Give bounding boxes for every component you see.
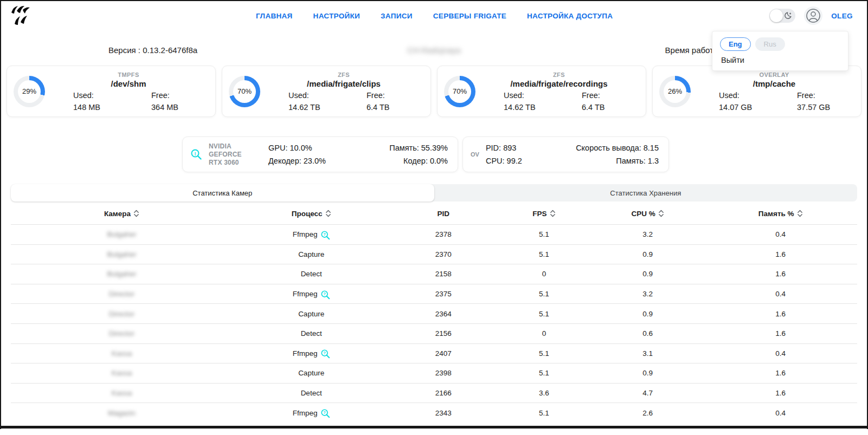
gpu-stats-left: GPU: 10.0% Декодер: 23.0%: [268, 141, 326, 167]
user-avatar[interactable]: [804, 7, 822, 25]
fps-cell: 5.1: [497, 290, 591, 298]
sort-icon[interactable]: [325, 210, 331, 217]
table-row: Kassa Detect ? 2166 3.6 4.7 1.6: [11, 383, 857, 403]
table-row: Bulgaher Ffmpeg ? 2378 5.1 3.2 0.4: [11, 224, 857, 244]
moon-icon: [783, 11, 793, 21]
sort-icon[interactable]: [658, 210, 664, 217]
svg-text:?: ?: [323, 411, 326, 415]
camera-cell: Director: [11, 290, 233, 298]
gpu-stats: GPU: 10.0% Декодер: 23.0% Память: 55.39%…: [268, 141, 448, 167]
table-header-cell[interactable]: Память %: [704, 210, 857, 218]
fs-type-label: ZFS: [266, 72, 422, 78]
sort-icon[interactable]: [797, 210, 803, 217]
logout-button[interactable]: Выйти: [720, 56, 840, 64]
fps-cell: 0: [497, 329, 591, 337]
gpu-decoder: Декодер: 23.0%: [268, 154, 326, 167]
camera-cell: Director: [11, 310, 233, 318]
table-row: Bulgaher Capture ? 2370 5.1 0.9 1.6: [11, 244, 857, 264]
nav-item[interactable]: ЗАПИСИ: [381, 12, 413, 20]
pid-cell: 2398: [390, 369, 497, 377]
used-label: Used:: [288, 91, 344, 100]
camera-cell: Bulgaher: [11, 230, 233, 238]
process-label: Detect: [301, 389, 322, 397]
frigate-logo-icon[interactable]: [8, 4, 33, 28]
mem-cell: 1.6: [704, 389, 857, 397]
storage-card-body: ZFS /media/frigate/recordings Used: 14.6…: [475, 72, 637, 112]
toggle-knob[interactable]: [770, 9, 783, 22]
stats-tab[interactable]: Статистика Камер: [11, 184, 434, 202]
language-option[interactable]: Rus: [755, 37, 785, 51]
process-cell: Ffmpeg ?: [233, 229, 390, 240]
storage-card: 26% OVERLAY /tmp/cache Used: 14.07 GB Fr…: [652, 66, 861, 117]
svg-text:?: ?: [323, 232, 326, 237]
table-header-cell[interactable]: Процесс: [233, 210, 390, 218]
dark-mode-toggle[interactable]: [769, 9, 795, 23]
free-cell: Free: 6.4 TB: [344, 91, 422, 112]
free-label: Free:: [797, 91, 852, 100]
free-cell: Free: 364 MB: [128, 91, 207, 112]
process-label: Ffmpeg: [293, 409, 318, 417]
table-header-cell[interactable]: CPU %: [591, 210, 704, 218]
vainfo-search-icon[interactable]: !: [190, 148, 202, 160]
sort-icon[interactable]: [133, 210, 139, 217]
usage-donut: 70%: [444, 76, 475, 107]
frigate-dashboard: ГЛАВНАЯНАСТРОЙКИЗАПИСИСЕРВЕРЫ FRIGATEНАС…: [0, 0, 868, 435]
nav-item[interactable]: НАСТРОЙКА ДОСТУПА: [527, 12, 613, 20]
used-value: 14.62 TB: [504, 103, 559, 112]
free-label: Free:: [151, 91, 207, 100]
sort-icon[interactable]: [550, 210, 556, 217]
mem-cell: 1.6: [704, 329, 857, 337]
fps-cell: 3.6: [497, 389, 591, 397]
fps-cell: 5.1: [497, 250, 591, 258]
cpu-cell: 3.2: [591, 290, 704, 298]
user-dropdown-menu: EngRus Выйти: [712, 31, 848, 71]
process-cell: Detect ?: [233, 389, 390, 397]
table-body: Bulgaher Ffmpeg ? 2378 5.1 3.2 0.4 Bu: [11, 224, 857, 423]
usage-donut: 70%: [229, 76, 260, 107]
pid-cell: 2156: [390, 329, 497, 337]
main-nav: ГЛАВНАЯНАСТРОЙКИЗАПИСИСЕРВЕРЫ FRIGATEНАС…: [256, 0, 613, 31]
ffmpeg-info-search-icon[interactable]: ?: [320, 408, 330, 418]
username-button[interactable]: OLEG: [831, 12, 853, 20]
usage-donut: 29%: [14, 76, 45, 107]
process-label: Ffmpeg: [293, 230, 318, 238]
ov-memory: Память: 1.3: [576, 154, 659, 167]
table-header-cell[interactable]: FPS: [497, 210, 591, 218]
gpu-memory: Память: 55.39%: [389, 141, 448, 154]
person-icon: [805, 8, 821, 24]
pid-cell: 2158: [390, 270, 497, 278]
ffmpeg-info-search-icon[interactable]: ?: [320, 349, 330, 359]
used-cell: Used: 14.62 TB: [481, 91, 559, 112]
stats-tab[interactable]: Статистика Хранения: [434, 184, 858, 202]
table-header-cell[interactable]: PID: [390, 210, 497, 218]
mem-cell: 0.4: [704, 349, 857, 358]
ffmpeg-info-search-icon[interactable]: ?: [320, 230, 330, 240]
camera-cell: Magazin: [11, 409, 233, 417]
ov-stats-right: Скорость вывода: 8.15 Память: 1.3: [576, 141, 659, 167]
pid-cell: 2378: [390, 230, 497, 238]
pid-cell: 2375: [390, 290, 497, 298]
storage-card-body: OVERLAY /tmp/cache Used: 14.07 GB Free: …: [691, 72, 852, 112]
stats-tabs: Статистика КамерСтатистика Хранения: [11, 184, 857, 202]
table-row: Magazin Ffmpeg ? 2343 5.1 2.6 0.4: [11, 402, 857, 423]
pid-cell: 2370: [390, 250, 497, 258]
usage-percent-label: 29%: [18, 80, 41, 103]
language-switcher: EngRus: [720, 37, 840, 51]
column-label: Камера: [104, 210, 131, 218]
nav-item[interactable]: СЕРВЕРЫ FRIGATE: [433, 12, 506, 20]
uptime-label: Время работ: [665, 46, 713, 55]
nav-item[interactable]: ГЛАВНАЯ: [256, 12, 293, 20]
fps-cell: 0: [497, 270, 591, 278]
language-option[interactable]: Eng: [720, 37, 751, 51]
used-cell: Used: 148 MB: [50, 91, 128, 112]
process-label: Capture: [298, 250, 324, 258]
header-right: OLEG: [769, 0, 853, 31]
column-label: PID: [437, 210, 449, 218]
camera-stats-table: Камера Процесс PID: [11, 203, 857, 423]
process-cell: Capture ?: [233, 250, 390, 258]
process-cell: Detect ?: [233, 329, 390, 337]
camera-cell: Kassa: [11, 369, 233, 377]
table-header-cell[interactable]: Камера: [11, 210, 233, 218]
ffmpeg-info-search-icon[interactable]: ?: [320, 290, 330, 300]
nav-item[interactable]: НАСТРОЙКИ: [313, 12, 361, 20]
